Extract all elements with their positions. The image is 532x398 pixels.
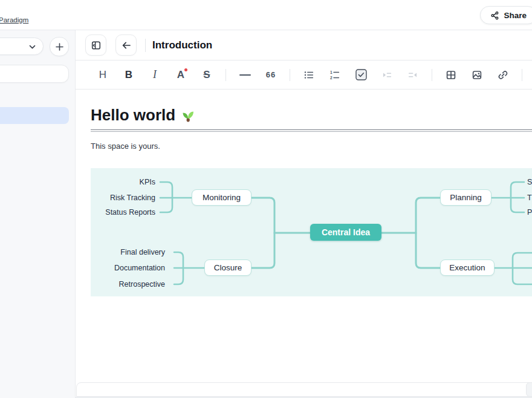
app-window: Paradigm Share <box>0 0 532 398</box>
strikethrough-icon: S <box>203 69 210 81</box>
toggle-sidebar-button[interactable] <box>85 34 106 56</box>
document-title-text: Hello world <box>91 106 175 125</box>
insert-table-button[interactable] <box>444 67 458 83</box>
mindmap-leaf-clipped-2: T <box>527 194 532 202</box>
insert-image-button[interactable] <box>470 67 484 83</box>
toolbar-divider <box>522 69 522 81</box>
blockquote-button[interactable]: 66 <box>264 67 278 83</box>
italic-button[interactable]: I <box>148 67 162 83</box>
workspace-selector[interactable] <box>0 38 44 55</box>
mindmap-leaf-risk-tracking: Risk Tracking <box>110 194 155 202</box>
mindmap-node-planning[interactable]: Planning <box>440 189 491 206</box>
title-rule <box>91 129 532 132</box>
image-icon <box>472 70 482 80</box>
back-button[interactable] <box>115 34 137 56</box>
table-icon <box>446 70 456 80</box>
quote-icon: 66 <box>266 70 276 79</box>
bold-icon: B <box>125 69 132 81</box>
chevron-down-icon <box>27 42 37 52</box>
document-paragraph[interactable]: This space is yours. <box>91 142 160 151</box>
panel-collapse-icon <box>91 40 102 51</box>
mindmap-widget[interactable]: Central Idea Monitoring Closure Planning… <box>91 168 532 296</box>
italic-icon: I <box>153 68 157 81</box>
mindmap-leaf-clipped-1: S <box>527 178 532 186</box>
horizontal-rule-icon <box>239 74 251 76</box>
editor-footer: Markdown <box>76 382 532 397</box>
sidebar <box>0 30 76 398</box>
bold-button[interactable]: B <box>122 67 136 83</box>
numbered-list-button[interactable]: 1 2 <box>328 67 342 83</box>
link-icon <box>498 70 508 80</box>
indent-icon <box>381 70 392 80</box>
page-title: Introduction <box>152 39 212 51</box>
toolbar-divider <box>225 69 226 81</box>
text-color-icon: A <box>177 69 184 81</box>
horizontal-rule-button[interactable] <box>238 67 252 83</box>
task-list-button[interactable] <box>354 67 368 83</box>
text-color-button[interactable]: A <box>174 67 188 83</box>
toolbar-divider <box>432 69 432 81</box>
mindmap-node-central[interactable]: Central Idea <box>310 224 381 241</box>
outdent-button[interactable] <box>406 67 420 83</box>
mindmap-leaf-documentation: Documentation <box>114 264 165 272</box>
bullet-list-icon <box>303 70 314 80</box>
mindmap-leaf-clipped-3: P <box>527 208 532 217</box>
formatting-toolbar: H B I A S 66 <box>76 60 532 90</box>
bullet-list-button[interactable] <box>302 67 316 83</box>
mindmap-leaf-retrospective: Retrospective <box>119 280 165 289</box>
mindmap-leaf-status-reports: Status Reports <box>105 208 155 217</box>
mindmap-leaf-final-delivery: Final delivery <box>120 248 165 256</box>
toolbar-divider <box>290 69 290 81</box>
share-button[interactable]: Share <box>480 6 532 24</box>
seedling-emoji <box>181 108 195 123</box>
numbered-list-icon: 1 2 <box>329 70 340 80</box>
markdown-mode-badge[interactable]: Markdown <box>526 382 532 397</box>
color-dot <box>184 68 187 71</box>
add-page-button[interactable] <box>50 37 69 56</box>
sidebar-search-input[interactable] <box>0 65 69 83</box>
heading-button[interactable]: H <box>96 67 110 83</box>
insert-link-button[interactable] <box>496 67 510 83</box>
plus-icon <box>54 42 65 52</box>
mindmap-node-execution[interactable]: Execution <box>440 259 495 276</box>
heading-icon: H <box>99 69 106 81</box>
top-bar: Paradigm Share <box>0 0 532 30</box>
svg-text:2: 2 <box>330 75 332 79</box>
svg-text:1: 1 <box>330 70 332 74</box>
main-panel: Introduction H B I A S <box>76 30 532 398</box>
mindmap-node-monitoring[interactable]: Monitoring <box>192 189 251 206</box>
breadcrumb-link[interactable]: Paradigm <box>0 16 28 24</box>
header-divider <box>145 39 146 52</box>
share-label: Share <box>504 11 527 20</box>
mindmap-node-closure[interactable]: Closure <box>204 259 251 276</box>
mindmap-leaf-kpis: KPIs <box>140 178 155 186</box>
share-icon <box>490 11 499 20</box>
document-title[interactable]: Hello world <box>91 106 195 125</box>
task-list-icon <box>355 69 367 80</box>
indent-button[interactable] <box>380 67 394 83</box>
editor-content: Hello world This space is yours. <box>76 90 532 352</box>
sidebar-item-selected[interactable] <box>0 107 69 124</box>
document-header: Introduction <box>76 30 532 60</box>
strikethrough-button[interactable]: S <box>199 67 214 83</box>
outdent-icon <box>407 70 418 80</box>
back-arrow-icon <box>121 40 132 51</box>
